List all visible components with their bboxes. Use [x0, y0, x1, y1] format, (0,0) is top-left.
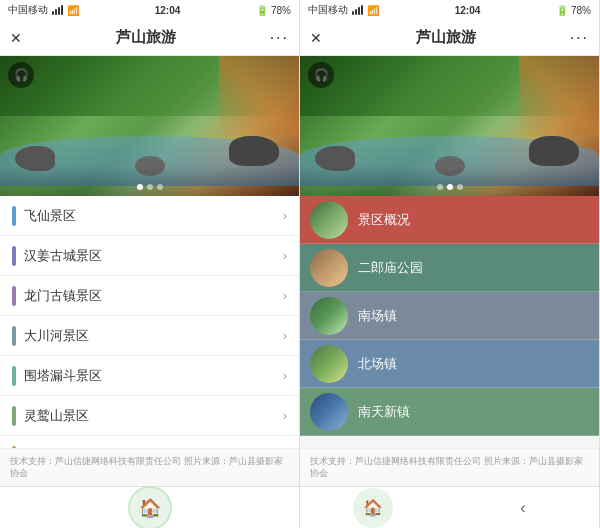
left-hero-dots: [137, 184, 163, 190]
left-status-bar: 中国移动 📶 12:04 🔋 78%: [0, 0, 299, 20]
left-dot-2[interactable]: [147, 184, 153, 190]
left-time: 12:04: [155, 5, 181, 16]
left-credit-text: 技术支持：芦山信捷网络科技有限责任公司 照片来源：芦山县摄影家协会: [10, 456, 283, 479]
right-thumb-4: [310, 393, 348, 431]
right-close-button[interactable]: ✕: [310, 30, 322, 46]
left-home-icon: 🏠: [139, 497, 161, 519]
left-hero-rock3-decoration: [135, 156, 165, 176]
left-wifi-icon: 📶: [67, 5, 79, 16]
right-menu-item-3[interactable]: 北场镇: [300, 340, 599, 388]
right-hero-rock2-decoration: [529, 136, 579, 166]
left-nav-bar: ✕ 芦山旅游 ···: [0, 20, 299, 56]
left-menu-bar-3: [12, 326, 16, 346]
right-home-button[interactable]: 🏠: [353, 488, 393, 528]
left-menu-arrow-0: ›: [283, 209, 287, 223]
left-menu-label-2: 龙门古镇景区: [24, 287, 102, 305]
left-menu-bar-1: [12, 246, 16, 266]
left-battery-pct: 78%: [271, 5, 291, 16]
left-audio-button[interactable]: 🎧: [8, 62, 34, 88]
left-battery-icon: 🔋: [256, 5, 268, 16]
right-nav-bar: ✕ 芦山旅游 ···: [300, 20, 599, 56]
left-menu-arrow-1: ›: [283, 249, 287, 263]
left-dot-1[interactable]: [137, 184, 143, 190]
right-time: 12:04: [455, 5, 481, 16]
left-menu-arrow-2: ›: [283, 289, 287, 303]
right-hero-autumn: [519, 56, 599, 136]
right-nav-title: 芦山旅游: [416, 28, 476, 47]
right-battery-icon: 🔋: [556, 5, 568, 16]
right-headphone-icon: 🎧: [314, 68, 329, 82]
right-carrier: 中国移动: [308, 3, 348, 17]
right-menu-item-2[interactable]: 南场镇: [300, 292, 599, 340]
right-credit-text: 技术支持：芦山信捷网络科技有限责任公司 照片来源：芦山县摄影家协会: [310, 456, 583, 479]
right-audio-button[interactable]: 🎧: [308, 62, 334, 88]
left-menu-bar-0: [12, 206, 16, 226]
left-menu-item-3[interactable]: 大川河景区 ›: [0, 316, 299, 356]
left-menu-item-5[interactable]: 灵鹫山景区 ›: [0, 396, 299, 436]
right-thumb-1: [310, 249, 348, 287]
left-home-button[interactable]: 🏠: [128, 486, 172, 529]
left-footer-credit: 技术支持：芦山信捷网络科技有限责任公司 照片来源：芦山县摄影家协会: [0, 448, 299, 486]
right-signal-icon: [352, 5, 363, 15]
left-menu-arrow-3: ›: [283, 329, 287, 343]
left-more-button[interactable]: ···: [270, 29, 289, 47]
right-status-bar: 中国移动 📶 12:04 🔋 78%: [300, 0, 599, 20]
left-menu-label-4: 围塔漏斗景区: [24, 367, 102, 385]
left-hero-autumn: [219, 56, 299, 136]
right-more-button[interactable]: ···: [570, 29, 589, 47]
right-dot-3[interactable]: [457, 184, 463, 190]
left-hero-image: 🎧: [0, 56, 299, 196]
right-menu-label-0: 景区概况: [358, 211, 410, 229]
right-battery-pct: 78%: [571, 5, 591, 16]
right-hero-image: 🎧: [300, 56, 599, 196]
left-menu-item-4[interactable]: 围塔漏斗景区 ›: [0, 356, 299, 396]
right-phone-panel: 中国移动 📶 12:04 🔋 78% ✕ 芦山旅游 ··· 🎧: [300, 0, 600, 528]
left-carrier: 中国移动: [8, 3, 48, 17]
right-menu-item-4[interactable]: 南天新镇: [300, 388, 599, 436]
right-menu-label-4: 南天新镇: [358, 403, 410, 421]
left-menu-item-2[interactable]: 龙门古镇景区 ›: [0, 276, 299, 316]
right-hero-rock3-decoration: [435, 156, 465, 176]
right-thumb-3: [310, 345, 348, 383]
left-menu-arrow-5: ›: [283, 409, 287, 423]
left-menu-label-1: 汉姜古城景区: [24, 247, 102, 265]
left-phone-panel: 中国移动 📶 12:04 🔋 78% ✕ 芦山旅游 ··· 🎧: [0, 0, 300, 528]
right-menu-list: 景区概况 二郎庙公园 南场镇 北场镇 南天新镇: [300, 196, 599, 448]
right-thumb-2: [310, 297, 348, 335]
left-menu-label-3: 大川河景区: [24, 327, 89, 345]
right-dot-1[interactable]: [437, 184, 443, 190]
left-menu-bar-2: [12, 286, 16, 306]
right-menu-label-3: 北场镇: [358, 355, 397, 373]
left-close-button[interactable]: ✕: [10, 30, 22, 46]
left-menu-item-1[interactable]: 汉姜古城景区 ›: [0, 236, 299, 276]
right-wifi-icon: 📶: [367, 5, 379, 16]
right-menu-label-1: 二郎庙公园: [358, 259, 423, 277]
left-menu-arrow-4: ›: [283, 369, 287, 383]
right-hero-rock1-decoration: [315, 146, 355, 171]
left-nav-title: 芦山旅游: [116, 28, 176, 47]
left-menu-item-6[interactable]: 书香芦山数字阅读平台: [0, 436, 299, 448]
left-dot-3[interactable]: [157, 184, 163, 190]
right-hero-dots: [437, 184, 463, 190]
right-thumb-0: [310, 201, 348, 239]
right-menu-item-1[interactable]: 二郎庙公园: [300, 244, 599, 292]
left-menu-item-0[interactable]: 飞仙景区 ›: [0, 196, 299, 236]
right-back-button[interactable]: ‹: [500, 491, 545, 525]
right-footer-credit: 技术支持：芦山信捷网络科技有限责任公司 照片来源：芦山县摄影家协会: [300, 448, 599, 486]
right-home-icon: 🏠: [363, 498, 383, 517]
left-menu-label-0: 飞仙景区: [24, 207, 76, 225]
left-hero-rock1-decoration: [15, 146, 55, 171]
left-headphone-icon: 🎧: [14, 68, 29, 82]
left-menu-bar-5: [12, 406, 16, 426]
left-signal-icon: [52, 5, 63, 15]
right-dot-2[interactable]: [447, 184, 453, 190]
left-menu-list: 飞仙景区 › 汉姜古城景区 › 龙门古镇景区 › 大川河景区 ›: [0, 196, 299, 448]
right-menu-label-2: 南场镇: [358, 307, 397, 325]
right-back-icon: ‹: [520, 499, 525, 516]
left-hero-rock2-decoration: [229, 136, 279, 166]
left-menu-bar-4: [12, 366, 16, 386]
right-tab-bar: 🏠 ‹: [300, 486, 599, 528]
left-menu-label-5: 灵鹫山景区: [24, 407, 89, 425]
right-menu-item-0[interactable]: 景区概况: [300, 196, 599, 244]
left-tab-bar: 🏠: [0, 486, 299, 528]
